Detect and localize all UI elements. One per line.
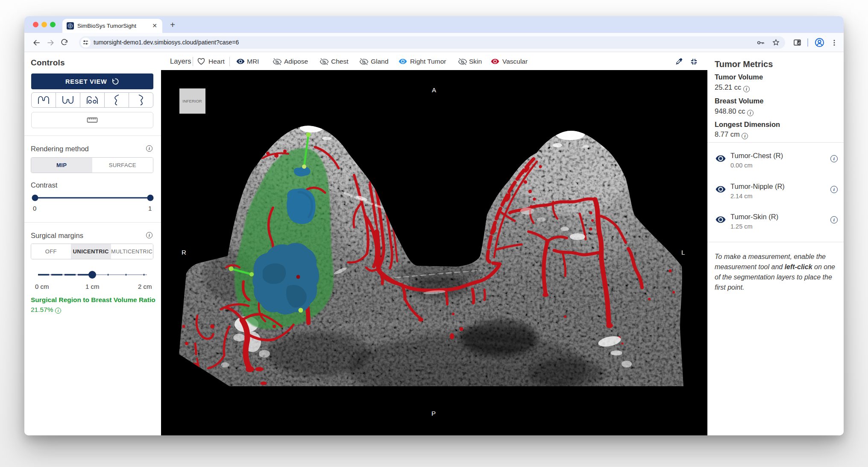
svg-text:L: L bbox=[681, 249, 685, 256]
svg-text:INFERIOR: INFERIOR bbox=[182, 99, 202, 103]
svg-text:R: R bbox=[182, 249, 186, 256]
svg-text:P: P bbox=[431, 410, 436, 417]
svg-text:A: A bbox=[432, 86, 436, 94]
